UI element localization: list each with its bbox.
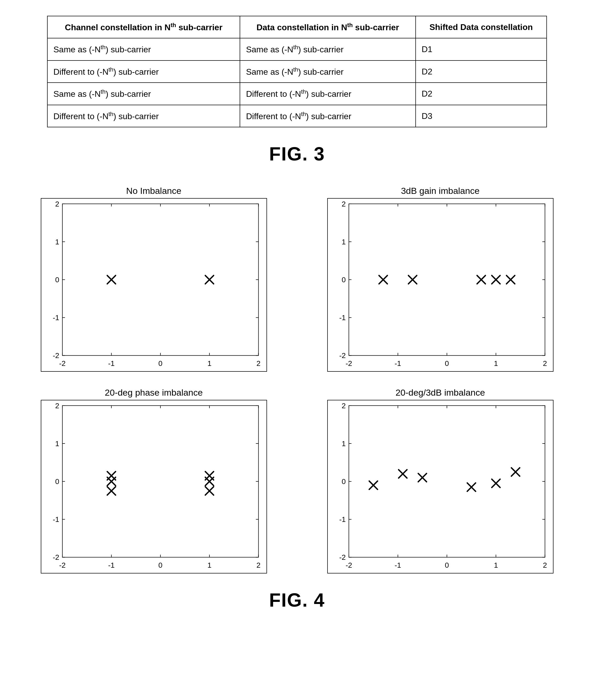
svg-text:2: 2 [256,561,260,569]
table-cell-1-0: Different to (-Nth) sub-carrier [47,61,240,82]
plot-container-3: 20-deg/3dB imbalance-2-1012-2-1012 [307,388,573,573]
table-cell-2-0: Same as (-Nth) sub-carrier [47,82,240,105]
data-table: Channel constellation in Nth sub-carrier… [47,16,547,127]
svg-text:-1: -1 [339,313,346,322]
table-cell-0-0: Same as (-Nth) sub-carrier [47,38,240,60]
svg-text:1: 1 [207,359,211,367]
svg-text:2: 2 [543,561,547,569]
table-section: Channel constellation in Nth sub-carrier… [21,16,573,127]
svg-text:2: 2 [55,402,59,410]
table-cell-1-2: D2 [416,61,547,82]
table-cell-0-2: D1 [416,38,547,60]
svg-text:2: 2 [341,402,345,410]
svg-text:0: 0 [341,477,345,486]
svg-text:-1: -1 [395,561,401,569]
table-cell-3-1: Different to (-Nth) sub-carrier [240,105,416,127]
plot-title-1: 3dB gain imbalance [401,186,480,196]
plot-svg-0: -2-1012-2-1012 [41,198,267,372]
svg-text:-1: -1 [53,515,59,524]
fig3-label: FIG. 3 [21,143,573,165]
svg-text:0: 0 [445,359,449,367]
svg-rect-0 [62,204,258,356]
svg-text:-2: -2 [339,352,346,360]
svg-text:0: 0 [158,359,162,367]
table-cell-1-1: Same as (-Nth) sub-carrier [240,61,416,82]
svg-text:0: 0 [158,561,162,569]
plot-container-1: 3dB gain imbalance-2-1012-2-1012 [307,186,573,372]
svg-text:0: 0 [341,276,345,284]
table-cell-3-0: Different to (-Nth) sub-carrier [47,105,240,127]
plot-title-2: 20-deg phase imbalance [105,388,203,398]
svg-text:-2: -2 [345,359,352,367]
svg-text:2: 2 [543,359,547,367]
svg-text:1: 1 [55,238,59,246]
svg-text:-2: -2 [53,352,59,360]
svg-text:-2: -2 [53,554,59,562]
svg-text:-1: -1 [108,359,115,367]
table-cell-3-2: D3 [416,105,547,127]
plot-title-3: 20-deg/3dB imbalance [395,388,485,398]
plot-svg-1: -2-1012-2-1012 [327,198,554,372]
plots-section: No Imbalance-2-1012-2-10123dB gain imbal… [21,186,573,573]
fig4-label: FIG. 4 [21,589,573,611]
svg-text:-2: -2 [59,561,66,569]
col-header-shifted: Shifted Data constellation [416,16,547,38]
svg-text:-1: -1 [339,515,346,524]
svg-text:1: 1 [341,238,345,246]
plot-container-2: 20-deg phase imbalance-2-1012-2-1012 [21,388,287,573]
svg-text:-1: -1 [53,313,59,322]
plot-container-0: No Imbalance-2-1012-2-1012 [21,186,287,372]
svg-text:0: 0 [445,561,449,569]
svg-text:1: 1 [55,440,59,448]
svg-text:1: 1 [207,561,211,569]
svg-text:0: 0 [55,276,59,284]
svg-text:0: 0 [55,477,59,486]
svg-text:2: 2 [55,200,59,208]
svg-text:2: 2 [256,359,260,367]
svg-rect-119 [349,406,545,557]
svg-text:1: 1 [494,561,498,569]
svg-text:-1: -1 [395,359,401,367]
table-cell-0-1: Same as (-Nth) sub-carrier [240,38,416,60]
svg-text:-2: -2 [59,359,66,367]
svg-text:2: 2 [341,200,345,208]
svg-text:-2: -2 [345,561,352,569]
svg-rect-76 [62,406,258,557]
svg-text:1: 1 [494,359,498,367]
plot-svg-2: -2-1012-2-1012 [41,400,267,573]
svg-text:1: 1 [341,440,345,448]
col-header-data: Data constellation in Nth sub-carrier [240,16,416,38]
table-cell-2-1: Different to (-Nth) sub-carrier [240,82,416,105]
plot-svg-3: -2-1012-2-1012 [327,400,554,573]
plot-title-0: No Imbalance [126,186,182,196]
svg-text:-1: -1 [108,561,115,569]
svg-text:-2: -2 [339,554,346,562]
svg-rect-35 [349,204,545,356]
table-cell-2-2: D2 [416,82,547,105]
col-header-channel: Channel constellation in Nth sub-carrier [47,16,240,38]
